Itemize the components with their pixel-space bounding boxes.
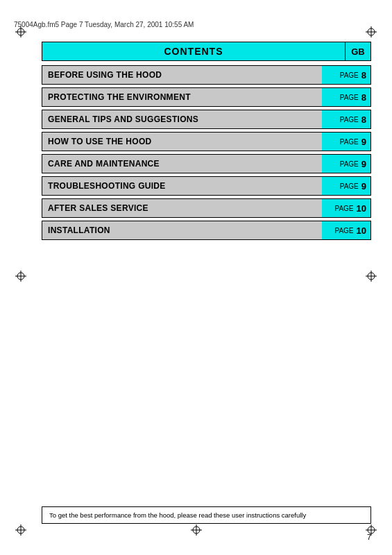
- toc-row-label: GENERAL TIPS AND SUGGESTIONS: [42, 110, 322, 128]
- page-word: PAGE: [334, 205, 353, 212]
- reg-mark-top-right: [366, 26, 377, 37]
- toc-row: TROUBLESHOOTING GUIDEPAGE9: [42, 176, 371, 196]
- toc-row-label: TROUBLESHOOTING GUIDE: [42, 177, 322, 195]
- page-num: 10: [357, 203, 366, 214]
- page-number: 7: [367, 533, 371, 541]
- contents-title: CONTENTS: [42, 42, 345, 61]
- page-word: PAGE: [340, 138, 359, 146]
- page-num: 9: [361, 137, 366, 147]
- toc-row-page: PAGE8: [322, 66, 370, 84]
- reg-mark-bot-center: [191, 524, 202, 536]
- bottom-note: To get the best performance from the hoo…: [42, 506, 371, 524]
- page-num: 8: [361, 92, 366, 103]
- toc-row: INSTALLATIONPAGE10: [42, 221, 371, 240]
- toc-row-page: PAGE10: [322, 221, 370, 239]
- toc-row-label: HOW TO USE THE HOOD: [42, 133, 322, 151]
- toc-row-label: CARE AND MAINTENANCE: [42, 155, 322, 173]
- toc-row-page: PAGE9: [322, 133, 370, 151]
- toc-row: PROTECTING THE ENVIRONMENTPAGE8: [42, 87, 371, 107]
- toc-row-page: PAGE10: [322, 199, 370, 217]
- toc-row: AFTER SALES SERVICEPAGE10: [42, 198, 371, 218]
- page-num: 9: [361, 159, 366, 169]
- toc-row-page: PAGE9: [322, 177, 370, 195]
- page-word: PAGE: [340, 116, 359, 123]
- page-word: PAGE: [334, 227, 353, 234]
- toc-row-label: BEFORE USING THE HOOD: [42, 66, 322, 84]
- toc-row-page: PAGE8: [322, 88, 370, 106]
- contents-header: CONTENTS GB: [42, 42, 371, 61]
- toc-rows-container: BEFORE USING THE HOODPAGE8PROTECTING THE…: [42, 65, 371, 240]
- page-num: 10: [357, 225, 366, 236]
- contents-gb-label: GB: [345, 42, 371, 61]
- page-num: 9: [361, 181, 366, 191]
- toc-row: CARE AND MAINTENANCEPAGE9: [42, 154, 371, 173]
- toc-row: BEFORE USING THE HOODPAGE8: [42, 65, 371, 85]
- page-word: PAGE: [340, 160, 359, 168]
- page-num: 8: [361, 70, 366, 80]
- toc-row-page: PAGE9: [322, 155, 370, 173]
- toc-row-label: INSTALLATION: [42, 221, 322, 239]
- page-word: PAGE: [340, 71, 359, 79]
- toc-row-page: PAGE8: [322, 110, 370, 128]
- page-word: PAGE: [340, 94, 359, 101]
- toc-row-label: PROTECTING THE ENVIRONMENT: [42, 88, 322, 106]
- toc-row-label: AFTER SALES SERVICE: [42, 199, 322, 217]
- header-text: 75004Agb.fm5 Page 7 Tuesday, March 27, 2…: [14, 21, 378, 28]
- header-bar: 75004Agb.fm5 Page 7 Tuesday, March 27, 2…: [14, 21, 378, 28]
- reg-mark-top-left: [15, 26, 26, 37]
- reg-mark-mid-left: [15, 271, 26, 282]
- main-content: CONTENTS GB BEFORE USING THE HOODPAGE8PR…: [42, 42, 371, 500]
- page-container: 75004Agb.fm5 Page 7 Tuesday, March 27, 2…: [0, 0, 392, 555]
- toc-row: GENERAL TIPS AND SUGGESTIONSPAGE8: [42, 110, 371, 129]
- reg-mark-bot-left: [15, 524, 26, 536]
- page-word: PAGE: [340, 182, 359, 190]
- toc-row: HOW TO USE THE HOODPAGE9: [42, 132, 371, 151]
- page-num: 8: [361, 114, 366, 125]
